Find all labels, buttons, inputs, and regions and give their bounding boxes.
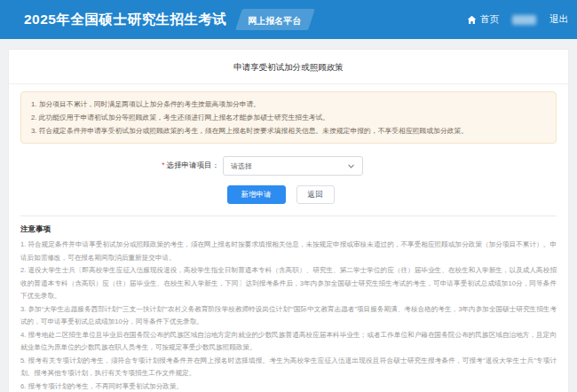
- app-header: 2025年全国硕士研究生招生考试 网上报名平台 首页 退出: [0, 0, 577, 39]
- nav-logout[interactable]: 退出: [549, 13, 568, 26]
- note-item: 3. 参加“大学生志愿服务西部计划”“三支一扶计划”“农村义务教育阶段学校教师特…: [20, 303, 557, 329]
- chevron-down-icon: [347, 162, 355, 170]
- application-item-select[interactable]: 请选择: [223, 156, 363, 176]
- nav-logout-label: 退出: [549, 13, 568, 26]
- select-value: 请选择: [231, 161, 252, 171]
- page-title: 申请享受初试加分或照顾政策: [9, 50, 568, 84]
- section-divider: [20, 216, 557, 216]
- header-nav: 首页 退出: [467, 13, 568, 26]
- note-item: 2. 退役大学生士兵〔即高校学生应征入伍服现役退役，高校学生指全日制普通本专科（…: [20, 264, 557, 303]
- notice-item: 1. 加分项目不累计，同时满足两项以上加分条件的考生按最高项加分申请。: [31, 98, 546, 111]
- note-item: 1. 符合规定条件并申请享受初试加分或照顾政策的考生，须在网上报名时按要求填报相…: [20, 239, 557, 264]
- username-redacted[interactable]: [512, 15, 536, 25]
- home-icon: [467, 15, 477, 25]
- platform-badge: 网上报名平台: [236, 9, 316, 30]
- required-asterisk: *: [162, 161, 164, 169]
- content-panel: 申请享受初试加分或照顾政策 1. 加分项目不累计，同时满足两项以上加分条件的考生…: [8, 49, 569, 392]
- note-item: 4. 报考地处二区招生单位且毕业后在国务院公布的民族区域自治地方定向就业的少数民…: [20, 329, 557, 355]
- app-title: 2025年全国硕士研究生招生考试: [24, 11, 226, 29]
- back-button[interactable]: 返回: [296, 185, 335, 204]
- application-item-label-text: 选择申请项目：: [167, 161, 220, 169]
- platform-badge-label: 网上报名平台: [249, 15, 302, 27]
- nav-home[interactable]: 首页: [467, 13, 499, 26]
- nav-home-label: 首页: [480, 13, 499, 26]
- note-item: 6. 报考专项计划的考生，不再同时享受初试加分政策。: [20, 380, 557, 392]
- notes-title: 注意事项: [20, 224, 557, 235]
- form-actions: 新增申请 返回: [1, 185, 560, 204]
- notice-item: 2. 此功能仅用于申请初试加分等照顾政策，考生还须进行网上报名才能参加硕士研究生…: [31, 111, 546, 124]
- notice-item: 3. 符合规定条件并申请享受初试加分或照顾政策的考生，须在网上报名时按要求填报相…: [31, 124, 546, 137]
- note-item: 5. 报考有关专项计划的考生，须符合专项计划报考条件并在网上报名时选择填报。考生…: [20, 355, 557, 380]
- notes-section: 注意事项 1. 符合规定条件并申请享受初试加分或照顾政策的考生，须在网上报名时按…: [20, 224, 557, 392]
- application-form-row: *选择申请项目： 请选择: [9, 156, 568, 176]
- notice-box: 1. 加分项目不累计，同时满足两项以上加分条件的考生按最高项加分申请。 2. 此…: [20, 91, 557, 144]
- application-item-label: *选择申请项目：: [146, 161, 219, 171]
- add-application-button[interactable]: 新增申请: [227, 185, 286, 204]
